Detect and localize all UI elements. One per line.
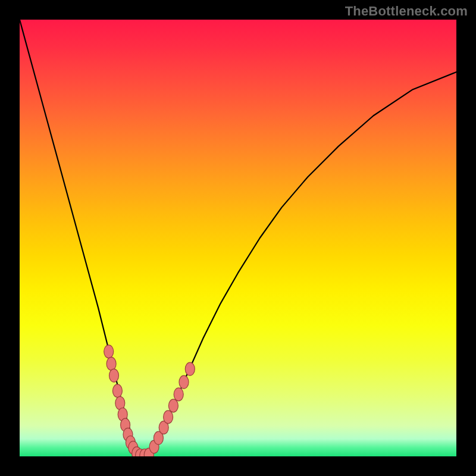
curve-bead (179, 375, 189, 389)
bottleneck-curve (20, 20, 456, 456)
plot-area (20, 20, 456, 456)
curve-bead (168, 399, 178, 412)
curve-bead (107, 357, 116, 370)
curve-bead (185, 362, 195, 375)
watermark-text: TheBottleneck.com (345, 4, 468, 19)
curve-bead (104, 345, 114, 358)
curve-bead (112, 384, 122, 397)
curve-bead (109, 369, 119, 382)
curve-bead (174, 388, 183, 401)
curve-bead (164, 411, 173, 424)
chart-frame: TheBottleneck.com (0, 0, 476, 476)
chart-svg (20, 20, 456, 456)
